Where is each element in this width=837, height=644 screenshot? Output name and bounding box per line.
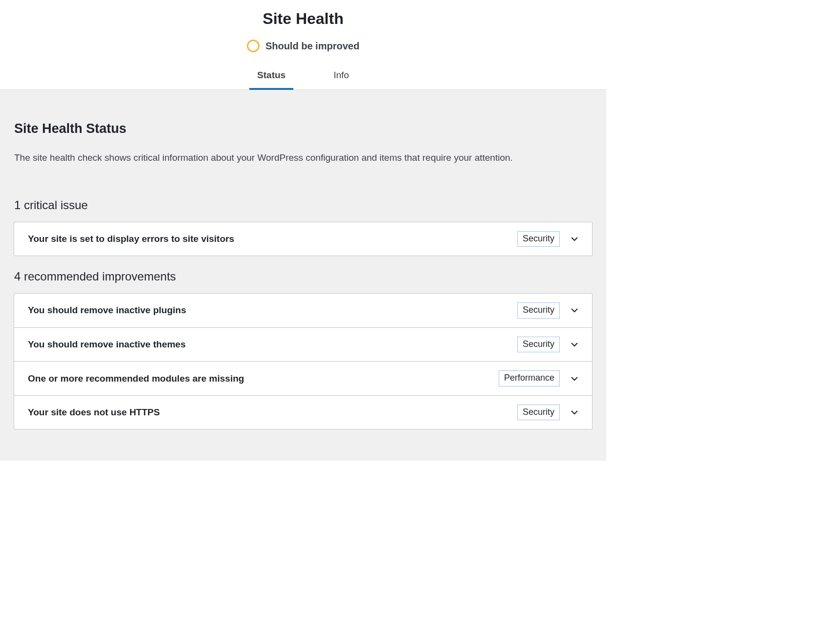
- tab-status[interactable]: Status: [250, 65, 292, 89]
- site-health-page: Site Health Should be improved Status In…: [0, 0, 606, 464]
- status-label: Should be improved: [265, 41, 359, 52]
- issue-meta: Security: [517, 231, 578, 247]
- status-progress-icon: [247, 40, 260, 52]
- recommended-item[interactable]: You should remove inactive themes Securi…: [14, 327, 592, 362]
- critical-issues-heading: 1 critical issue: [14, 185, 593, 222]
- chevron-down-icon: [571, 306, 578, 314]
- chevron-down-icon: [571, 235, 578, 243]
- page-title: Site Health: [0, 7, 606, 37]
- critical-issues-list: Your site is set to display errors to si…: [14, 222, 593, 257]
- tab-status-label: Status: [257, 70, 286, 80]
- recommended-item[interactable]: One or more recommended modules are miss…: [14, 361, 592, 395]
- issue-badge: Security: [517, 302, 560, 319]
- chevron-down-icon: [571, 375, 578, 383]
- issue-meta: Security: [517, 302, 578, 319]
- section-title: Site Health Status: [14, 90, 593, 151]
- issue-badge: Security: [517, 337, 560, 353]
- issue-title: You should remove inactive themes: [28, 339, 186, 350]
- content-area: Site Health Status The site health check…: [0, 89, 606, 461]
- issue-badge: Security: [517, 231, 560, 247]
- health-status-indicator: Should be improved: [0, 37, 606, 61]
- chevron-down-icon: [571, 341, 578, 348]
- issue-title: Your site does not use HTTPS: [28, 407, 160, 418]
- page-header: Site Health Should be improved Status In…: [0, 0, 606, 89]
- tab-info-label: Info: [333, 70, 349, 80]
- recommended-heading: 4 recommended improvements: [14, 256, 593, 293]
- recommended-item[interactable]: You should remove inactive plugins Secur…: [14, 294, 592, 327]
- section-description: The site health check shows critical inf…: [14, 151, 593, 185]
- issue-title: Your site is set to display errors to si…: [28, 234, 234, 244]
- issue-title: One or more recommended modules are miss…: [28, 373, 244, 384]
- issue-meta: Security: [517, 337, 578, 353]
- issue-meta: Security: [517, 405, 578, 421]
- recommended-item[interactable]: Your site does not use HTTPS Security: [14, 395, 592, 429]
- issue-badge: Security: [517, 405, 560, 421]
- recommended-list: You should remove inactive plugins Secur…: [14, 293, 593, 429]
- issue-meta: Performance: [499, 370, 578, 386]
- chevron-down-icon: [571, 408, 578, 416]
- critical-issue-item[interactable]: Your site is set to display errors to si…: [14, 222, 592, 256]
- issue-title: You should remove inactive plugins: [28, 305, 186, 316]
- tab-info[interactable]: Info: [327, 65, 356, 89]
- issue-badge: Performance: [499, 370, 560, 386]
- tab-bar: Status Info: [0, 61, 606, 89]
